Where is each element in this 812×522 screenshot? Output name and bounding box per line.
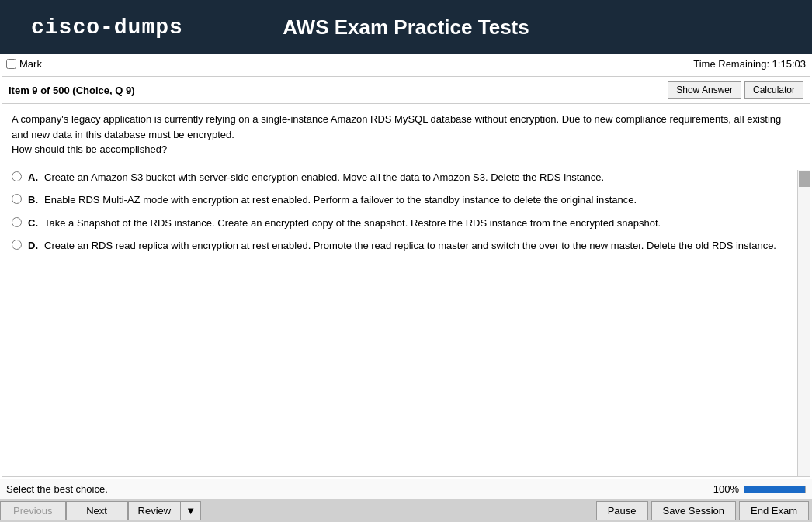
scrollbar-track[interactable] xyxy=(797,170,810,477)
option-c-text: Take a Snapshot of the RDS instance. Cre… xyxy=(44,216,661,231)
review-button-group: Review ▼ xyxy=(128,501,202,520)
logo: cisco-dumps xyxy=(31,16,183,40)
option-b-text: Enable RDS Multi-AZ mode with encryption… xyxy=(44,192,637,208)
mark-checkbox[interactable] xyxy=(6,59,16,69)
bottom-status-bar: Select the best choice. 100% xyxy=(0,479,812,499)
list-item[interactable]: B. Enable RDS Multi-AZ mode with encrypt… xyxy=(12,192,800,208)
scrollbar-thumb[interactable] xyxy=(799,171,810,187)
option-a-text: Create an Amazon S3 bucket with server-s… xyxy=(44,170,604,185)
footer-nav: Previous Next Review ▼ Pause Save Sessio… xyxy=(0,499,812,522)
footer-left-buttons: Previous Next Review ▼ xyxy=(0,501,201,520)
option-a-radio[interactable] xyxy=(12,171,22,181)
review-dropdown-button[interactable]: ▼ xyxy=(180,501,201,520)
progress-percent-label: 100% xyxy=(713,483,739,495)
save-session-button[interactable]: Save Session xyxy=(651,501,737,520)
time-remaining: Time Remaining: 1:15:03 xyxy=(693,58,806,70)
footer-right-buttons: Pause Save Session End Exam xyxy=(596,501,812,520)
option-c-letter: C. xyxy=(28,216,38,231)
option-a-letter: A. xyxy=(28,170,38,185)
next-button[interactable]: Next xyxy=(66,501,128,520)
pause-button[interactable]: Pause xyxy=(596,501,648,520)
options-list: A. Create an Amazon S3 bucket with serve… xyxy=(12,170,800,254)
question-header: Item 9 of 500 (Choice, Q 9) Show Answer … xyxy=(2,77,810,104)
list-item[interactable]: D. Create an RDS read replica with encry… xyxy=(12,238,800,254)
option-d-text: Create an RDS read replica with encrypti… xyxy=(44,238,776,254)
question-title: Item 9 of 500 (Choice, Q 9) xyxy=(9,85,135,96)
calculator-button[interactable]: Calculator xyxy=(744,81,803,99)
option-b-letter: B. xyxy=(28,192,38,208)
mark-text: Mark xyxy=(19,58,42,70)
status-text: Select the best choice. xyxy=(6,483,108,495)
progress-bar-background xyxy=(744,486,806,493)
header: cisco-dumps AWS Exam Practice Tests xyxy=(0,0,812,54)
question-text: A company's legacy application is curren… xyxy=(12,112,800,157)
header-title: AWS Exam Practice Tests xyxy=(283,16,529,40)
list-item[interactable]: C. Take a Snapshot of the RDS instance. … xyxy=(12,216,800,231)
previous-button[interactable]: Previous xyxy=(0,501,66,520)
option-b-radio[interactable] xyxy=(12,194,22,204)
option-d-radio[interactable] xyxy=(12,240,22,250)
end-exam-button[interactable]: End Exam xyxy=(739,501,809,520)
mark-label-container[interactable]: Mark xyxy=(6,58,42,70)
review-main-button[interactable]: Review xyxy=(128,501,181,520)
mark-bar: Mark Time Remaining: 1:15:03 xyxy=(0,54,812,74)
question-area: Item 9 of 500 (Choice, Q 9) Show Answer … xyxy=(2,76,810,477)
question-body: A company's legacy application is curren… xyxy=(2,104,810,261)
option-c-radio[interactable] xyxy=(12,217,22,227)
progress-bar-fill xyxy=(744,486,805,493)
question-buttons: Show Answer Calculator xyxy=(668,81,803,99)
list-item[interactable]: A. Create an Amazon S3 bucket with serve… xyxy=(12,170,800,185)
progress-area: 100% xyxy=(713,483,806,495)
option-d-letter: D. xyxy=(28,238,38,254)
show-answer-button[interactable]: Show Answer xyxy=(668,81,741,99)
